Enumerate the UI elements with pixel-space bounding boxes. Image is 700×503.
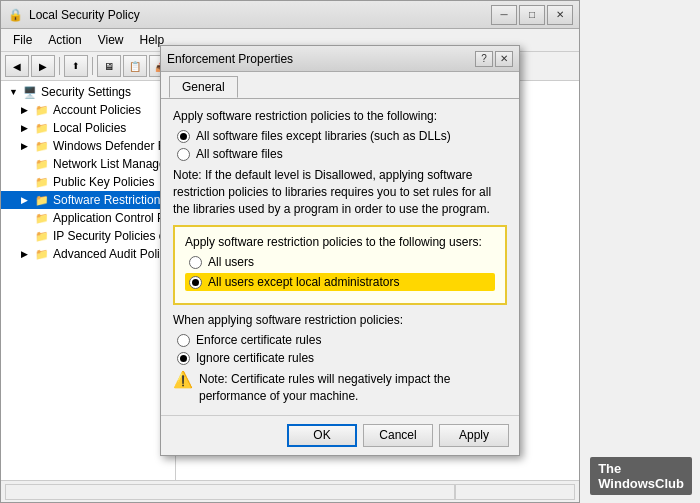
menu-file[interactable]: File xyxy=(5,31,40,49)
menu-action[interactable]: Action xyxy=(40,31,89,49)
sidebar-item-label: Advanced Audit Policy Con... xyxy=(53,247,175,261)
properties-button[interactable]: 📋 xyxy=(123,55,147,77)
sidebar-item-network-list[interactable]: 📁 Network List Manager Polic... xyxy=(1,155,175,173)
dialog-title-buttons: ? ✕ xyxy=(475,51,513,67)
expand-icon xyxy=(21,213,31,223)
back-button[interactable]: ◀ xyxy=(5,55,29,77)
sidebar-item-windows-defender[interactable]: ▶ 📁 Windows Defender Firewall... xyxy=(1,137,175,155)
radio-all-users[interactable] xyxy=(189,256,202,269)
radio-all-except-admins[interactable] xyxy=(189,276,202,289)
radio-all-except-libs-label: All software files except libraries (suc… xyxy=(196,129,451,143)
ok-button[interactable]: OK xyxy=(287,424,357,447)
sidebar-item-software-restriction[interactable]: ▶ 📁 Software Restriction Policies xyxy=(1,191,175,209)
expand-icon: ▶ xyxy=(21,123,31,133)
dialog-footer: OK Cancel Apply xyxy=(161,415,519,455)
radio-ignore-cert[interactable] xyxy=(177,352,190,365)
security-settings-icon: 🖥️ xyxy=(23,86,37,99)
sidebar-item-label: Local Policies xyxy=(53,121,126,135)
sidebar-item-label: Account Policies xyxy=(53,103,141,117)
title-bar: 🔒 Local Security Policy ─ □ ✕ xyxy=(1,1,579,29)
window-title: Local Security Policy xyxy=(29,8,140,22)
section3-label: When applying software restriction polic… xyxy=(173,313,507,327)
sidebar-item-label: Windows Defender Firewall... xyxy=(53,139,175,153)
dialog-body: Apply software restriction policies to t… xyxy=(161,98,519,415)
title-bar-buttons: ─ □ ✕ xyxy=(491,5,573,25)
enforcement-properties-dialog: Enforcement Properties ? ✕ General Apply… xyxy=(160,45,520,456)
radio-all-except-admins-label: All users except local administrators xyxy=(208,275,399,289)
sidebar-item-label: Software Restriction Policies xyxy=(53,193,175,207)
dialog-title-bar: Enforcement Properties ? ✕ xyxy=(161,46,519,72)
watermark-line2: WindowsClub xyxy=(598,476,684,491)
expand-icon: ▶ xyxy=(21,141,31,151)
sidebar-item-label: Public Key Policies xyxy=(53,175,154,189)
expand-icon xyxy=(21,159,31,169)
toolbar-separator xyxy=(59,57,60,75)
radio-all-except-libs-row: All software files except libraries (suc… xyxy=(173,129,507,143)
sidebar-item-ip-security[interactable]: 📁 IP Security Policies on Loca... xyxy=(1,227,175,245)
warning-row: ⚠️ Note: Certificate rules will negative… xyxy=(173,371,507,405)
menu-view[interactable]: View xyxy=(90,31,132,49)
expand-icon: ▶ xyxy=(21,195,31,205)
dialog-help-button[interactable]: ? xyxy=(475,51,493,67)
sidebar-item-public-key[interactable]: 📁 Public Key Policies xyxy=(1,173,175,191)
watermark-line1: The xyxy=(598,461,621,476)
radio-ignore-cert-label: Ignore certificate rules xyxy=(196,351,314,365)
section1-label: Apply software restriction policies to t… xyxy=(173,109,507,123)
show-hide-button[interactable]: 🖥 xyxy=(97,55,121,77)
status-bar xyxy=(1,480,579,502)
account-policies-icon: 📁 xyxy=(35,104,49,117)
status-bar-inner xyxy=(5,484,575,500)
close-button[interactable]: ✕ xyxy=(547,5,573,25)
apply-button[interactable]: Apply xyxy=(439,424,509,447)
radio-all-files-label: All software files xyxy=(196,147,283,161)
local-policies-icon: 📁 xyxy=(35,122,49,135)
radio-all-files-row: All software files xyxy=(173,147,507,161)
application-control-icon: 📁 xyxy=(35,212,49,225)
expand-icon: ▶ xyxy=(21,105,31,115)
radio-all-files[interactable] xyxy=(177,148,190,161)
public-key-icon: 📁 xyxy=(35,176,49,189)
dialog-tabs: General xyxy=(161,72,519,98)
sidebar-item-label: IP Security Policies on Loca... xyxy=(53,229,175,243)
watermark: The WindowsClub xyxy=(590,457,692,495)
cancel-button[interactable]: Cancel xyxy=(363,424,433,447)
expand-icon: ▶ xyxy=(21,249,31,259)
sidebar-item-account-policies[interactable]: ▶ 📁 Account Policies xyxy=(1,101,175,119)
section2-bordered: Apply software restriction policies to t… xyxy=(173,225,507,305)
minimize-button[interactable]: ─ xyxy=(491,5,517,25)
sidebar-item-security-settings[interactable]: ▼ 🖥️ Security Settings xyxy=(1,83,175,101)
radio-enforce-cert[interactable] xyxy=(177,334,190,347)
windows-defender-icon: 📁 xyxy=(35,140,49,153)
warning-text: Note: Certificate rules will negatively … xyxy=(199,371,507,405)
radio-all-except-admins-row: All users except local administrators xyxy=(185,273,495,291)
title-bar-left: 🔒 Local Security Policy xyxy=(7,7,140,23)
expand-icon: ▼ xyxy=(9,87,19,97)
radio-ignore-cert-row: Ignore certificate rules xyxy=(173,351,507,365)
status-pane-1 xyxy=(5,484,455,500)
section2-label: Apply software restriction policies to t… xyxy=(185,235,495,249)
dialog-close-button[interactable]: ✕ xyxy=(495,51,513,67)
forward-button[interactable]: ▶ xyxy=(31,55,55,77)
software-restriction-icon: 📁 xyxy=(35,194,49,207)
section1-note: Note: If the default level is Disallowed… xyxy=(173,167,507,217)
up-button[interactable]: ⬆ xyxy=(64,55,88,77)
sidebar-item-local-policies[interactable]: ▶ 📁 Local Policies xyxy=(1,119,175,137)
sidebar-item-label: Network List Manager Polic... xyxy=(53,157,175,171)
sidebar-item-advanced-audit[interactable]: ▶ 📁 Advanced Audit Policy Con... xyxy=(1,245,175,263)
toolbar-separator-2 xyxy=(92,57,93,75)
radio-all-users-row: All users xyxy=(185,255,495,269)
sidebar-item-application-control[interactable]: 📁 Application Control Policies... xyxy=(1,209,175,227)
advanced-audit-icon: 📁 xyxy=(35,248,49,261)
tab-general[interactable]: General xyxy=(169,76,238,98)
radio-enforce-cert-label: Enforce certificate rules xyxy=(196,333,321,347)
sidebar-item-label: Application Control Policies... xyxy=(53,211,175,225)
status-pane-2 xyxy=(455,484,575,500)
sidebar-item-label: Security Settings xyxy=(41,85,131,99)
dialog-title: Enforcement Properties xyxy=(167,52,293,66)
radio-all-except-libs[interactable] xyxy=(177,130,190,143)
expand-icon xyxy=(21,177,31,187)
ip-security-icon: 📁 xyxy=(35,230,49,243)
warning-icon: ⚠️ xyxy=(173,370,193,389)
network-list-icon: 📁 xyxy=(35,158,49,171)
maximize-button[interactable]: □ xyxy=(519,5,545,25)
